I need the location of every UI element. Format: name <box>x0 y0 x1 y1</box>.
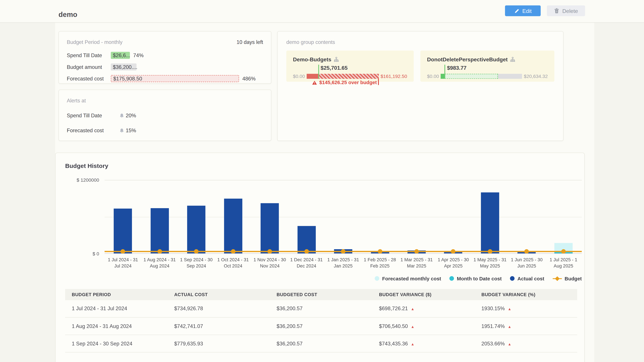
table-row: 1 Jul 2024 - 31 Jul 2024$734,926.78$36,2… <box>65 300 577 318</box>
chart-slot <box>252 180 288 254</box>
org-chart-icon <box>510 57 516 62</box>
bar-actual-cost <box>481 192 499 254</box>
table-column-header: BUDGETED COST <box>270 289 372 300</box>
legend-marker <box>450 276 454 281</box>
increase-triangle-icon: ▲ <box>411 325 414 329</box>
variance-cell: $706,540.50▲ <box>372 318 475 335</box>
table-body: 1 Jul 2024 - 31 Jul 2024$734,926.78$36,2… <box>65 300 577 353</box>
variance-cell: $743,435.36▲ <box>372 335 475 352</box>
budget-amount-label: Budget amount <box>67 64 111 70</box>
increase-triangle-icon: ▲ <box>508 307 511 311</box>
alerts-title: Alerts at <box>67 98 263 104</box>
spend-marker-value: $25,701.65 <box>321 65 348 71</box>
alert-spend-label: Spend Till Date <box>67 113 120 119</box>
budget-point <box>488 249 492 254</box>
bar-actual-cost <box>114 209 132 254</box>
x-axis-label: 1 May 2025 - 31 May 2025 <box>472 257 508 269</box>
top-bar: demo Edit Delete <box>0 0 644 23</box>
spend-till-date-percent: 74% <box>133 52 144 58</box>
spend-marker-line <box>318 65 319 79</box>
budget-max-label: $20,634.32 <box>524 74 548 79</box>
table-cell: $742,741.07 <box>168 318 270 335</box>
table-column-header: BUDGET VARIANCE ($) <box>372 289 475 300</box>
budget-point <box>451 249 456 254</box>
x-axis-label: 1 Mar 2025 - 31 Mar 2025 <box>398 257 435 269</box>
budget-amount-chip: $36,200.... <box>111 63 136 70</box>
y-axis-label-zero: $ 0 <box>92 251 99 256</box>
legend-label: Forecasted monthly cost <box>382 276 441 282</box>
legend-item-actual-cost[interactable]: Actual cost <box>510 276 544 282</box>
alert-forecast-label: Forecasted cost <box>67 128 120 134</box>
spend-marker-value: $983.77 <box>447 65 466 71</box>
y-axis-label-top: $ 1200000 <box>77 177 99 183</box>
chart-slot <box>325 180 362 254</box>
budget-history-table: BUDGET PERIODACTUAL COSTBUDGETED COSTBUD… <box>65 289 577 353</box>
table-cell: $36,200.57 <box>270 318 372 335</box>
bar-actual-cost <box>150 208 169 254</box>
chart-slot <box>362 180 398 254</box>
budget-min-label: $0.00 <box>293 74 305 79</box>
chart-slot <box>508 180 545 254</box>
chart-slot <box>178 180 215 254</box>
budget-progress-bar: $25,701.65 $145,626.25 over budget <box>306 74 379 79</box>
forecasted-cost-label: Forecasted cost <box>67 76 111 82</box>
legend-label: Actual cost <box>518 276 544 282</box>
x-axis-label: 1 Oct 2024 - 31 Oct 2024 <box>215 257 252 269</box>
org-chart-icon <box>334 57 339 62</box>
table-row: 1 Aug 2024 - 31 Aug 2024$742,741.07$36,2… <box>65 318 577 335</box>
budget-point <box>524 249 529 254</box>
budget-item-demo-budgets[interactable]: Demo-Budgets $0.00 $25,701.65 <box>286 51 414 82</box>
budget-item-donotdelete[interactable]: DonotDeletePerspectiveBudget $0.00 $98 <box>420 51 554 82</box>
table-column-header: BUDGET VARIANCE (%) <box>475 289 577 300</box>
table-row: 1 Sep 2024 - 30 Sep 2024$779,635.93$36,2… <box>65 335 577 352</box>
bar-actual-cost <box>224 198 242 254</box>
chart-legend: Forecasted monthly costMonth to Date cos… <box>65 276 582 282</box>
budget-point <box>304 249 309 254</box>
edit-button[interactable]: Edit <box>505 5 541 16</box>
legend-item-month-to-date-cost[interactable]: Month to Date cost <box>450 276 502 282</box>
x-axis-label: 1 Nov 2024 - 30 Nov 2024 <box>252 257 288 269</box>
delete-button[interactable]: Delete <box>547 5 585 16</box>
alerts-card: Alerts at Spend Till Date 20% Forecasted… <box>58 89 271 141</box>
x-axis-label: 1 Jan 2025 - 31 Jan 2025 <box>325 257 362 269</box>
chart-x-labels: 1 Jul 2024 - 31 Jul 20241 Aug 2024 - 31 … <box>105 257 582 269</box>
edit-button-label: Edit <box>522 8 532 14</box>
trash-icon <box>554 8 560 14</box>
chart-slot <box>545 180 582 254</box>
budget-point <box>414 249 419 254</box>
bar-actual-cost <box>187 206 206 254</box>
budget-progress-bar: $983.77 <box>440 74 522 79</box>
budget-period-card: Budget Period - monthly 10 days left Spe… <box>58 31 271 84</box>
x-axis-label: 1 Apr 2025 - 30 Apr 2025 <box>435 257 472 269</box>
group-contents-title: demo group contents <box>286 39 554 45</box>
content-column: Budget Period - monthly 10 days left Spe… <box>55 23 594 362</box>
budget-name: Demo-Budgets <box>293 56 332 62</box>
legend-item-budget[interactable]: Budget <box>552 276 582 282</box>
budget-point <box>561 249 566 254</box>
spend-till-date-label: Spend Till Date <box>67 52 111 58</box>
x-axis-label: 1 Jul 2024 - 31 Jul 2024 <box>105 257 142 269</box>
variance-cell: 1951.74%▲ <box>475 318 577 335</box>
budget-period-title: Budget Period - monthly <box>67 39 122 45</box>
group-contents-card: demo group contents Demo-Budgets $0.00 <box>277 31 564 141</box>
table-cell: $779,635.93 <box>168 335 270 352</box>
x-axis-label: 1 Jul 2025 - 1 Aug 2025 <box>545 257 582 269</box>
x-axis-label: 1 Sep 2024 - 30 Sep 2024 <box>178 257 215 269</box>
table-cell: $734,926.78 <box>168 300 270 318</box>
budget-point <box>341 249 346 254</box>
chart-slot <box>398 180 435 254</box>
budget-max-label: $161,192.50 <box>380 74 407 79</box>
variance-cell: 1930.15%▲ <box>475 300 577 318</box>
x-axis-line <box>105 253 582 254</box>
table-cell: 1 Sep 2024 - 30 Sep 2024 <box>65 335 168 352</box>
warning-icon <box>312 80 317 85</box>
increase-triangle-icon: ▲ <box>411 307 414 311</box>
table-header-row: BUDGET PERIODACTUAL COSTBUDGETED COSTBUD… <box>65 289 577 300</box>
x-axis-label: 1 Feb 2025 - 28 Feb 2025 <box>362 257 398 269</box>
legend-item-forecasted-monthly-cost[interactable]: Forecasted monthly cost <box>375 276 441 282</box>
legend-marker <box>375 276 379 281</box>
chart-slot <box>288 180 325 254</box>
forecasted-cost-percent: 486% <box>242 76 256 82</box>
budget-name: DonotDeletePerspectiveBudget <box>427 56 508 62</box>
page: demo Edit Delete Budget Period - monthly… <box>0 0 644 362</box>
